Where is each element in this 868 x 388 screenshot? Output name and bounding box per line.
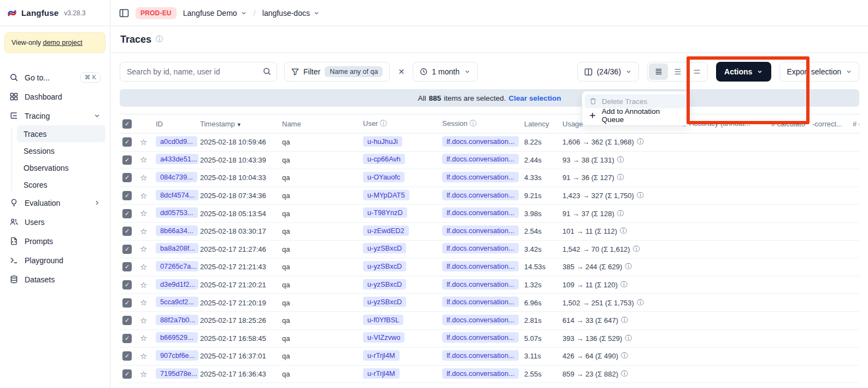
- session-id-link[interactable]: lf.docs.conversation...: [442, 279, 519, 289]
- trace-id-link[interactable]: 8dcf4574...: [156, 190, 198, 200]
- row-checkbox[interactable]: ✓: [122, 316, 132, 325]
- session-id-link[interactable]: lf.docs.conversation...: [442, 368, 519, 379]
- star-icon[interactable]: ☆: [140, 173, 147, 182]
- user-id-link[interactable]: u-yzSBxcD: [363, 297, 406, 307]
- user-id-link[interactable]: u-zEwdED2: [363, 225, 409, 236]
- trace-id-link[interactable]: 5cca9cf2...: [156, 297, 198, 307]
- user-id-link[interactable]: u-rTrjl4M: [363, 368, 400, 379]
- sidebar-item-goto[interactable]: Go to... ⌘ K: [4, 68, 105, 87]
- table-row[interactable]: ✓ ☆ b669529... 2025-02-17 16:58:45 qa u-…: [120, 330, 859, 348]
- trace-id-link[interactable]: ba8a208f...: [156, 243, 198, 253]
- star-icon[interactable]: ☆: [140, 155, 147, 164]
- columns-button[interactable]: (24/36): [577, 62, 639, 82]
- star-icon[interactable]: ☆: [140, 351, 147, 361]
- session-id-link[interactable]: lf.docs.conversation...: [442, 172, 519, 182]
- table-row[interactable]: ✓ ☆ d3e9d1f2... 2025-02-17 21:20:21 qa u…: [120, 276, 859, 294]
- clear-filter-button[interactable]: ✕: [397, 67, 406, 76]
- sidebar-item-dashboard[interactable]: Dashboard: [4, 87, 105, 106]
- info-icon[interactable]: ⓘ: [620, 227, 627, 236]
- sidebar-item-playground[interactable]: Playground: [4, 251, 105, 270]
- trace-id-link[interactable]: 084c739...: [156, 172, 197, 182]
- trace-id-link[interactable]: d3e9d1f2...: [156, 279, 198, 289]
- row-checkbox[interactable]: ✓: [122, 191, 132, 200]
- column-header-latency[interactable]: Latency: [524, 120, 562, 128]
- column-header-session[interactable]: Session ⓘ: [442, 119, 524, 129]
- star-icon[interactable]: ☆: [140, 244, 147, 253]
- star-icon[interactable]: ☆: [140, 209, 147, 218]
- user-id-link[interactable]: u-yzSBxcD: [363, 279, 406, 289]
- trace-id-link[interactable]: b669529...: [156, 332, 198, 343]
- star-icon[interactable]: ☆: [140, 137, 147, 147]
- row-checkbox[interactable]: ✓: [122, 334, 132, 343]
- column-header-score-accuracy[interactable]: ⓘ Accuracy (annota...: [681, 119, 771, 129]
- column-header-user[interactable]: User ⓘ: [363, 119, 442, 129]
- session-id-link[interactable]: lf.docs.conversation...: [442, 315, 519, 325]
- user-id-link[interactable]: u-huJhuJi: [363, 136, 402, 147]
- row-checkbox[interactable]: ✓: [122, 137, 132, 147]
- info-icon[interactable]: ⓘ: [617, 209, 624, 218]
- star-icon[interactable]: ☆: [140, 298, 147, 307]
- info-icon[interactable]: ⓘ: [621, 316, 628, 325]
- project-switcher[interactable]: langfuse-docs: [262, 9, 320, 18]
- trace-id-link[interactable]: 88f2a7b0...: [156, 315, 198, 325]
- session-id-link[interactable]: lf.docs.conversation...: [442, 154, 519, 164]
- session-id-link[interactable]: lf.docs.conversation...: [442, 243, 519, 253]
- row-checkbox[interactable]: ✓: [122, 227, 132, 236]
- user-id-link[interactable]: u-T98YnzD: [363, 207, 407, 218]
- table-row[interactable]: ✓ ☆ dd05753... 2025-02-18 05:13:54 qa u-…: [120, 205, 859, 223]
- select-all-checkbox[interactable]: ✓: [122, 119, 132, 129]
- org-switcher[interactable]: Langfuse Demo: [183, 9, 247, 18]
- session-id-link[interactable]: lf.docs.conversation...: [442, 261, 519, 271]
- session-id-link[interactable]: lf.docs.conversation...: [442, 332, 519, 343]
- column-header-score-c[interactable]: # c: [853, 120, 859, 128]
- row-checkbox[interactable]: ✓: [122, 155, 132, 165]
- session-id-link[interactable]: lf.docs.conversation...: [442, 225, 519, 236]
- info-icon[interactable]: ⓘ: [620, 280, 627, 289]
- table-row[interactable]: ✓ ☆ 7195d78e... 2025-02-17 16:36:43 qa u…: [120, 366, 859, 384]
- session-id-link[interactable]: lf.docs.conversation...: [442, 350, 519, 361]
- trace-id-link[interactable]: 07265c7a...: [156, 261, 198, 271]
- column-header-id[interactable]: ID: [152, 120, 200, 128]
- panel-toggle-icon[interactable]: [119, 8, 129, 18]
- info-icon[interactable]: ⓘ: [621, 369, 628, 379]
- user-id-link[interactable]: u-cp66Avh: [363, 154, 405, 164]
- info-icon[interactable]: ⓘ: [637, 191, 644, 200]
- export-selection-button[interactable]: Export selection: [779, 62, 859, 82]
- star-icon[interactable]: ☆: [140, 316, 147, 325]
- row-checkbox[interactable]: ✓: [122, 209, 132, 218]
- trace-id-link[interactable]: 907cbf6e...: [156, 350, 198, 361]
- row-checkbox[interactable]: ✓: [122, 245, 132, 254]
- actions-button[interactable]: Actions: [716, 62, 771, 82]
- user-id-link[interactable]: u-f0YfBSL: [363, 315, 403, 325]
- sidebar-item-tracing[interactable]: Tracing: [4, 106, 105, 125]
- info-icon[interactable]: ⓘ: [617, 173, 624, 182]
- info-icon[interactable]: ⓘ: [637, 298, 644, 308]
- sidebar-item-evaluation[interactable]: Evaluation: [4, 193, 105, 212]
- table-row[interactable]: ✓ ☆ 07265c7a... 2025-02-17 21:21:43 qa u…: [120, 258, 859, 276]
- column-header-score-calculator[interactable]: # calculato: [771, 120, 812, 128]
- row-checkbox[interactable]: ✓: [122, 280, 132, 289]
- sidebar-item-prompts[interactable]: Prompts: [4, 231, 105, 251]
- table-row[interactable]: ✓ ☆ ba8a208f... 2025-02-17 21:27:46 qa u…: [120, 241, 859, 259]
- star-icon[interactable]: ☆: [140, 262, 147, 271]
- info-icon[interactable]: ⓘ: [637, 137, 644, 147]
- user-id-link[interactable]: u-VIZzvwo: [363, 332, 404, 343]
- trace-id-link[interactable]: 7195d78e...: [156, 368, 198, 379]
- info-icon[interactable]: ⓘ: [633, 245, 640, 254]
- table-row[interactable]: ✓ ☆ a433de51... 2025-02-18 10:43:39 qa u…: [120, 152, 859, 170]
- star-icon[interactable]: ☆: [140, 280, 147, 289]
- demo-project-link[interactable]: demo project: [43, 39, 82, 47]
- row-height-large-button[interactable]: [687, 63, 706, 80]
- row-height-small-button[interactable]: [649, 63, 668, 80]
- user-id-link[interactable]: u-rTrjl4M: [363, 350, 400, 361]
- row-height-medium-button[interactable]: [668, 63, 687, 80]
- table-row[interactable]: ✓ ☆ 907cbf6e... 2025-02-17 16:37:01 qa u…: [120, 348, 859, 366]
- column-header-score-correct[interactable]: -correct...: [812, 120, 853, 128]
- table-row[interactable]: ✓ ☆ 5cca9cf2... 2025-02-17 21:20:19 qa u…: [120, 294, 859, 312]
- row-checkbox[interactable]: ✓: [122, 298, 132, 308]
- session-id-link[interactable]: lf.docs.conversation...: [442, 190, 519, 200]
- user-id-link[interactable]: u-OYauofc: [363, 172, 404, 182]
- row-checkbox[interactable]: ✓: [122, 369, 132, 379]
- info-icon[interactable]: ⓘ: [617, 155, 624, 165]
- trace-id-link[interactable]: 8b66a34...: [156, 225, 198, 236]
